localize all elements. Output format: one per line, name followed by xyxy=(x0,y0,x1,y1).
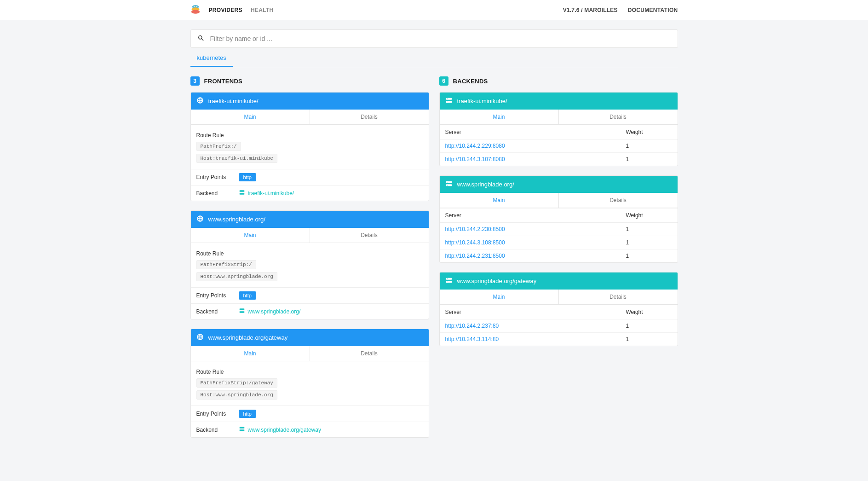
backend-link-text: traefik-ui.minikube/ xyxy=(248,190,294,197)
svg-point-3 xyxy=(194,6,195,6)
frontend-tab-details[interactable]: Details xyxy=(310,110,429,124)
backend-title: www.springblade.org/gateway xyxy=(457,278,537,284)
frontend-card-tabs: Main Details xyxy=(191,228,429,243)
server-weight: 1 xyxy=(626,336,672,342)
server-weight: 1 xyxy=(626,323,672,329)
route-rule-chip: PathPrefixStrip:/ xyxy=(196,260,256,269)
backend-link[interactable]: traefik-ui.minikube/ xyxy=(239,189,294,197)
server-table-header: Server Weight xyxy=(440,208,678,223)
frontend-title: traefik-ui.minikube/ xyxy=(208,98,259,104)
svg-rect-19 xyxy=(446,278,452,280)
svg-rect-16 xyxy=(446,184,452,186)
server-row: http://10.244.2.237:80 1 xyxy=(440,319,678,333)
route-rule-label: Route Rule xyxy=(196,366,423,377)
search-input[interactable] xyxy=(210,35,671,42)
globe-icon xyxy=(196,333,204,342)
entry-point-badge: http xyxy=(239,173,256,181)
search-bar xyxy=(190,29,678,48)
entry-point-badge: http xyxy=(239,410,256,418)
backend-tab-details[interactable]: Details xyxy=(559,110,678,124)
server-row: http://10.244.3.114:80 1 xyxy=(440,333,678,346)
server-weight: 1 xyxy=(626,226,672,232)
server-row: http://10.244.3.108:8500 1 xyxy=(440,236,678,249)
server-icon xyxy=(239,426,245,434)
backend-tab-main[interactable]: Main xyxy=(440,193,559,208)
frontends-title: FRONTENDS xyxy=(204,78,243,85)
svg-point-17 xyxy=(447,182,448,182)
backend-link-text: www.springblade.org/ xyxy=(248,308,301,315)
main-container: kubernetes 3 FRONTENDS traefik-ui.miniku… xyxy=(190,20,678,465)
svg-point-13 xyxy=(447,99,448,99)
svg-rect-6 xyxy=(239,193,244,195)
svg-point-4 xyxy=(196,6,197,6)
server-url-link[interactable]: http://10.244.2.230:8500 xyxy=(445,226,626,232)
frontend-card-header: traefik-ui.minikube/ xyxy=(191,93,429,110)
th-weight: Weight xyxy=(626,129,672,135)
topbar: PROVIDERS HEALTH V1.7.6 / MAROILLES DOCU… xyxy=(0,0,868,20)
backend-link[interactable]: www.springblade.org/ xyxy=(239,307,301,315)
th-server: Server xyxy=(445,129,626,135)
backend-title: www.springblade.org/ xyxy=(457,181,514,188)
backend-tab-details[interactable]: Details xyxy=(559,193,678,208)
server-url-link[interactable]: http://10.244.2.231:8500 xyxy=(445,253,626,259)
server-url-link[interactable]: http://10.244.3.107:8080 xyxy=(445,156,626,162)
backend-card-tabs: Main Details xyxy=(440,110,678,125)
frontend-card-tabs: Main Details xyxy=(191,346,429,361)
server-weight: 1 xyxy=(626,253,672,259)
backend-tab-main[interactable]: Main xyxy=(440,110,559,124)
backend-card: traefik-ui.minikube/ Main Details Server… xyxy=(439,92,678,166)
entry-point-badge: http xyxy=(239,291,256,300)
server-row: http://10.244.2.229:8080 1 xyxy=(440,139,678,153)
backend-label: Backend xyxy=(196,190,233,197)
th-server: Server xyxy=(445,212,626,219)
server-weight: 1 xyxy=(626,156,672,162)
nav-health[interactable]: HEALTH xyxy=(251,7,274,13)
svg-rect-5 xyxy=(239,190,244,192)
server-icon xyxy=(239,189,245,197)
backend-tab-details[interactable]: Details xyxy=(559,290,678,304)
traefik-logo xyxy=(190,4,201,16)
route-rule-chip: PathPrefixStrip:/gateway xyxy=(196,378,277,388)
server-icon xyxy=(445,277,453,285)
frontend-tab-details[interactable]: Details xyxy=(310,228,429,243)
frontend-title: www.springblade.org/ xyxy=(208,216,265,223)
server-row: http://10.244.3.107:8080 1 xyxy=(440,153,678,166)
backend-link[interactable]: www.springblade.org/gateway xyxy=(239,426,321,434)
frontends-column: 3 FRONTENDS traefik-ui.minikube/ Main De… xyxy=(190,76,429,447)
server-icon xyxy=(445,97,453,105)
svg-point-14 xyxy=(447,102,448,102)
th-weight: Weight xyxy=(626,212,672,219)
server-url-link[interactable]: http://10.244.2.237:80 xyxy=(445,323,626,329)
backend-card: www.springblade.org/ Main Details Server… xyxy=(439,175,678,263)
th-server: Server xyxy=(445,309,626,315)
backend-tab-main[interactable]: Main xyxy=(440,290,559,304)
nav-providers[interactable]: PROVIDERS xyxy=(209,7,242,13)
backend-card-header: traefik-ui.minikube/ xyxy=(440,93,678,110)
frontends-count-badge: 3 xyxy=(190,76,200,86)
provider-tabs: kubernetes xyxy=(190,50,678,67)
frontend-tab-main[interactable]: Main xyxy=(191,346,310,361)
server-url-link[interactable]: http://10.244.3.108:8500 xyxy=(445,239,626,246)
svg-point-21 xyxy=(447,278,448,279)
frontend-tab-main[interactable]: Main xyxy=(191,110,310,124)
svg-rect-9 xyxy=(239,427,244,429)
backend-label: Backend xyxy=(196,308,233,315)
svg-rect-10 xyxy=(239,429,244,431)
route-rule-chip: Host:traefik-ui.minikube xyxy=(196,154,277,163)
backend-link-text: www.springblade.org/gateway xyxy=(248,427,321,433)
globe-icon xyxy=(196,97,204,105)
svg-point-22 xyxy=(447,282,448,282)
server-table-header: Server Weight xyxy=(440,125,678,139)
frontend-tab-main[interactable]: Main xyxy=(191,228,310,243)
server-icon xyxy=(445,180,453,189)
server-url-link[interactable]: http://10.244.3.114:80 xyxy=(445,336,626,342)
entry-points-label: Entry Points xyxy=(196,411,233,417)
nav-documentation[interactable]: DOCUMENTATION xyxy=(628,7,678,13)
tab-kubernetes[interactable]: kubernetes xyxy=(190,50,233,67)
backends-title: BACKENDS xyxy=(453,78,488,85)
server-row: http://10.244.2.230:8500 1 xyxy=(440,223,678,236)
frontend-tab-details[interactable]: Details xyxy=(310,346,429,361)
backend-card: www.springblade.org/gateway Main Details… xyxy=(439,272,678,346)
server-url-link[interactable]: http://10.244.2.229:8080 xyxy=(445,143,626,149)
th-weight: Weight xyxy=(626,309,672,315)
